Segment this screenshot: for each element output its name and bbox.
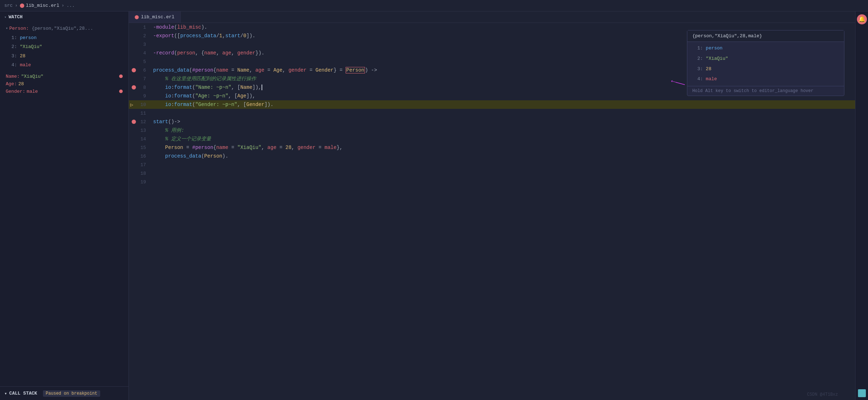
age-var-label: Age: bbox=[6, 81, 17, 87]
person-child-2: 2: "XiaQiu" bbox=[0, 42, 128, 52]
gender-var-label: Gender: bbox=[6, 89, 25, 94]
breadcrumb-sep1: › bbox=[15, 3, 18, 8]
line-num-3: 3 bbox=[143, 42, 146, 47]
code-line-19: 19 bbox=[129, 178, 855, 186]
child-2-index: 2: bbox=[11, 44, 20, 49]
gutter-14: 14 bbox=[129, 135, 150, 143]
bp-dot-12 bbox=[132, 120, 136, 124]
bp-dot-6 bbox=[132, 68, 136, 72]
person-var-name: Person: bbox=[9, 25, 29, 32]
hover-item-3: 3: 28 bbox=[687, 64, 844, 74]
breadcrumb-dots: ... bbox=[67, 3, 75, 8]
watermark: CSDN @4T1Bxz bbox=[807, 392, 838, 397]
child-4-value: male bbox=[20, 62, 31, 68]
line-num-16: 16 bbox=[140, 154, 146, 159]
gutter-3: 3 bbox=[129, 40, 150, 49]
code-line-11: 11 bbox=[129, 109, 855, 117]
file-icon: ⬤ bbox=[20, 3, 24, 8]
watch-chevron-icon: ▾ bbox=[4, 15, 6, 19]
line-num-12: 12 bbox=[140, 119, 146, 125]
child-3-value: 28 bbox=[20, 53, 25, 59]
tab-filename: lib_misc.erl bbox=[141, 14, 175, 20]
person-expand-icon: ▾ bbox=[6, 26, 8, 31]
watch-vars: Name: "XiaQiu" Age: 28 Gender: male bbox=[0, 71, 128, 97]
person-child-3: 3: 28 bbox=[0, 52, 128, 61]
line-num-5: 5 bbox=[143, 59, 146, 64]
editor-area: ⬤ lib_misc.erl 1 -module(lib_misc). 2 bbox=[129, 11, 855, 400]
name-var-label: Name: bbox=[6, 74, 20, 79]
breadcrumb-src: src bbox=[4, 3, 13, 8]
tab-file-icon: ⬤ bbox=[135, 15, 139, 19]
age-var-row: Age: 28 bbox=[6, 80, 123, 88]
code-line-13: 13 % 用例: bbox=[129, 126, 855, 135]
person-var-value: {person,"XiaQiu",28... bbox=[32, 25, 93, 32]
line-num-13: 13 bbox=[140, 128, 146, 133]
line-content-19 bbox=[150, 178, 855, 186]
line-content-18 bbox=[150, 169, 855, 178]
gutter-10: ▷ 10 bbox=[129, 100, 150, 109]
line-num-14: 14 bbox=[140, 136, 146, 142]
line-content-16: process_data(Person). bbox=[150, 152, 855, 160]
gutter-18: 18 bbox=[129, 169, 150, 178]
hover-val-1: person bbox=[706, 45, 723, 52]
gutter-8: 8 bbox=[129, 83, 150, 92]
gutter-7: 7 bbox=[129, 74, 150, 83]
gutter-11: 11 bbox=[129, 109, 150, 117]
call-stack-title[interactable]: ▾ CALL STACK bbox=[4, 391, 37, 396]
gutter-12: 12 bbox=[129, 117, 150, 126]
hover-val-4: male bbox=[706, 76, 717, 83]
line-content-13: % 用例: bbox=[150, 126, 855, 135]
csdn-icon[interactable]: C bbox=[858, 389, 866, 397]
notification-button[interactable]: 🔔 bbox=[857, 14, 867, 24]
breadcrumb-sep2: › bbox=[62, 3, 64, 8]
child-4-index: 4: bbox=[11, 62, 20, 68]
gutter-5: 5 bbox=[129, 57, 150, 66]
line-num-6: 6 bbox=[143, 68, 146, 73]
csdn-label: C bbox=[861, 391, 863, 395]
name-var-row: Name: "XiaQiu" bbox=[6, 73, 123, 80]
hover-val-3: 28 bbox=[706, 66, 712, 73]
breadcrumb-file[interactable]: ⬤ lib_misc.erl bbox=[20, 3, 59, 8]
code-container[interactable]: 1 -module(lib_misc). 2 -export([process_… bbox=[129, 23, 855, 400]
breadcrumb-filename: lib_misc.erl bbox=[26, 3, 59, 8]
sidebar: ▾ WATCH ▾ Person: {person,"XiaQiu",28...… bbox=[0, 11, 129, 400]
line-num-19: 19 bbox=[140, 179, 146, 185]
line-num-8: 8 bbox=[143, 85, 146, 90]
code-line-17: 17 bbox=[129, 160, 855, 169]
gutter-15: 15 bbox=[129, 143, 150, 152]
watch-section-title[interactable]: ▾ WATCH bbox=[0, 11, 128, 23]
name-var-value: "XiaQiu" bbox=[21, 74, 43, 79]
editor-tab-lib-misc[interactable]: ⬤ lib_misc.erl bbox=[129, 11, 181, 23]
gutter-19: 19 bbox=[129, 178, 150, 186]
hover-item-1: 1: person bbox=[687, 43, 844, 54]
hover-item-4: 4: male bbox=[687, 74, 844, 85]
watch-title-label: WATCH bbox=[9, 14, 23, 20]
hover-hint: Hold Alt key to switch to editor_languag… bbox=[687, 86, 844, 96]
hover-idx-3: 3: bbox=[697, 66, 703, 73]
gutter-2: 2 bbox=[129, 32, 150, 40]
line-num-7: 7 bbox=[143, 76, 146, 82]
right-sidebar: 🔔 C bbox=[855, 11, 868, 400]
line-content-15: Person = #person{name = "XiaQiu", age = … bbox=[150, 143, 855, 152]
hover-idx-1: 1: bbox=[697, 45, 703, 52]
gutter-13: 13 bbox=[129, 126, 150, 135]
code-line-16: 16 process_data(Person). bbox=[129, 152, 855, 160]
line-num-2: 2 bbox=[143, 33, 146, 39]
child-2-value: "XiaQiu" bbox=[20, 44, 42, 49]
line-content-12: start()-> bbox=[150, 117, 855, 126]
hover-popup: {person,"XiaQiu",28,male} 1: person 2: "… bbox=[687, 30, 844, 96]
watch-tree: ▾ Person: {person,"XiaQiu",28... 1: pers… bbox=[0, 23, 128, 71]
call-stack-bar: ▾ CALL STACK Paused on breakpoint bbox=[0, 386, 128, 400]
hover-popup-title: {person,"XiaQiu",28,male} bbox=[687, 30, 844, 42]
hover-val-2: "XiaQiu" bbox=[706, 55, 728, 63]
line-num-9: 9 bbox=[143, 93, 146, 99]
editor-tabs: ⬤ lib_misc.erl bbox=[129, 11, 855, 23]
debug-arrow-10: ▷ bbox=[130, 102, 133, 108]
hover-popup-items: 1: person 2: "XiaQiu" 3: 28 4: male bbox=[687, 42, 844, 86]
watch-person-item[interactable]: ▾ Person: {person,"XiaQiu",28... bbox=[0, 24, 128, 33]
line-content-14: % 定义一个记录变量 bbox=[150, 135, 855, 143]
notification-icon: 🔔 bbox=[858, 16, 865, 23]
line-num-10: 10 bbox=[140, 102, 146, 107]
line-num-11: 11 bbox=[140, 111, 146, 116]
paused-badge: Paused on breakpoint bbox=[43, 390, 100, 397]
